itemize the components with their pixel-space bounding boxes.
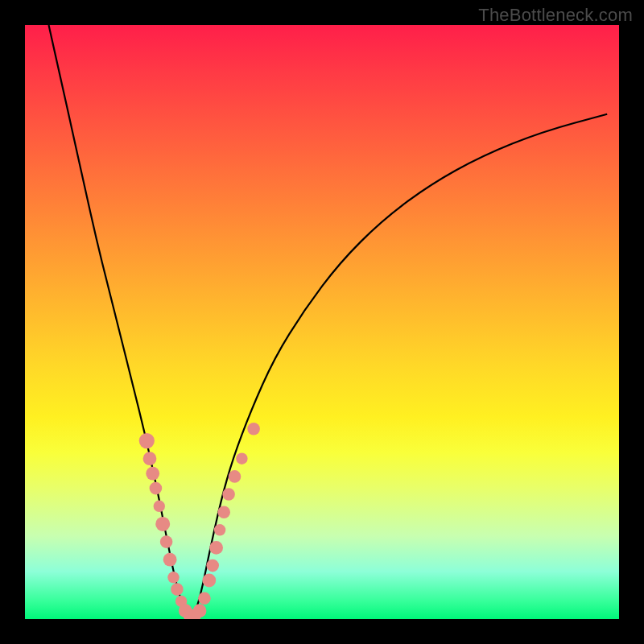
marker-dot (198, 592, 211, 605)
marker-dot (202, 574, 216, 588)
marker-dot (247, 423, 260, 436)
marker-dot (160, 535, 173, 548)
marker-dot (143, 452, 157, 465)
plot-area (25, 25, 619, 619)
marker-dot (146, 467, 159, 481)
marker-dot (155, 517, 170, 531)
marker-dot (150, 482, 163, 495)
marker-dot (193, 604, 207, 617)
marker-dot (222, 488, 235, 501)
marker-dot (214, 524, 225, 535)
marker-dot (229, 470, 242, 483)
watermark-text: TheBottleneck.com (478, 5, 633, 26)
marker-dot (167, 572, 179, 583)
marker-dot (206, 559, 219, 572)
marker-dot (154, 501, 165, 512)
marker-dot (209, 541, 223, 555)
marker-dot (171, 583, 184, 596)
bottleneck-curve (49, 25, 608, 617)
chart-svg (25, 25, 619, 619)
marker-dot (163, 553, 177, 567)
marker-group (139, 423, 260, 619)
chart-frame: TheBottleneck.com (0, 0, 644, 644)
marker-dot (217, 506, 230, 518)
marker-dot (236, 453, 247, 464)
marker-dot (139, 433, 155, 448)
